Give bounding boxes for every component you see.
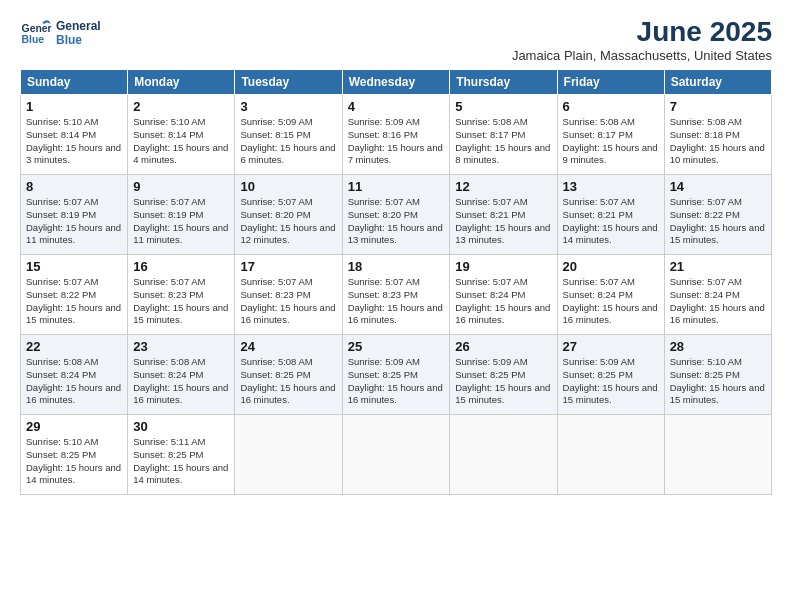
weekday-header-sunday: Sunday (21, 70, 128, 95)
calendar-cell: 25Sunrise: 5:09 AMSunset: 8:25 PMDayligh… (342, 335, 450, 415)
day-info: Sunrise: 5:11 AMSunset: 8:25 PMDaylight:… (133, 436, 229, 487)
calendar-week-row: 1Sunrise: 5:10 AMSunset: 8:14 PMDaylight… (21, 95, 772, 175)
day-number: 11 (348, 179, 445, 194)
calendar-cell: 15Sunrise: 5:07 AMSunset: 8:22 PMDayligh… (21, 255, 128, 335)
calendar-cell: 28Sunrise: 5:10 AMSunset: 8:25 PMDayligh… (664, 335, 771, 415)
day-info: Sunrise: 5:07 AMSunset: 8:24 PMDaylight:… (670, 276, 766, 327)
calendar-cell (342, 415, 450, 495)
day-info: Sunrise: 5:07 AMSunset: 8:20 PMDaylight:… (240, 196, 336, 247)
day-number: 5 (455, 99, 551, 114)
day-info: Sunrise: 5:09 AMSunset: 8:25 PMDaylight:… (348, 356, 445, 407)
day-number: 24 (240, 339, 336, 354)
calendar-week-row: 22Sunrise: 5:08 AMSunset: 8:24 PMDayligh… (21, 335, 772, 415)
day-info: Sunrise: 5:08 AMSunset: 8:24 PMDaylight:… (26, 356, 122, 407)
month-year-title: June 2025 (512, 16, 772, 48)
day-info: Sunrise: 5:07 AMSunset: 8:19 PMDaylight:… (26, 196, 122, 247)
day-number: 10 (240, 179, 336, 194)
calendar-cell: 8Sunrise: 5:07 AMSunset: 8:19 PMDaylight… (21, 175, 128, 255)
calendar-cell: 4Sunrise: 5:09 AMSunset: 8:16 PMDaylight… (342, 95, 450, 175)
day-number: 13 (563, 179, 659, 194)
title-block: June 2025 Jamaica Plain, Massachusetts, … (512, 16, 772, 63)
weekday-header-wednesday: Wednesday (342, 70, 450, 95)
calendar-cell: 12Sunrise: 5:07 AMSunset: 8:21 PMDayligh… (450, 175, 557, 255)
calendar-table: SundayMondayTuesdayWednesdayThursdayFrid… (20, 69, 772, 495)
page-header: General Blue General Blue June 2025 Jama… (20, 16, 772, 63)
calendar-cell: 21Sunrise: 5:07 AMSunset: 8:24 PMDayligh… (664, 255, 771, 335)
svg-text:Blue: Blue (22, 34, 45, 45)
calendar-cell: 2Sunrise: 5:10 AMSunset: 8:14 PMDaylight… (128, 95, 235, 175)
day-number: 7 (670, 99, 766, 114)
calendar-cell: 6Sunrise: 5:08 AMSunset: 8:17 PMDaylight… (557, 95, 664, 175)
calendar-cell (557, 415, 664, 495)
day-info: Sunrise: 5:10 AMSunset: 8:25 PMDaylight:… (670, 356, 766, 407)
day-info: Sunrise: 5:07 AMSunset: 8:21 PMDaylight:… (455, 196, 551, 247)
day-info: Sunrise: 5:07 AMSunset: 8:24 PMDaylight:… (455, 276, 551, 327)
day-info: Sunrise: 5:10 AMSunset: 8:14 PMDaylight:… (133, 116, 229, 167)
day-info: Sunrise: 5:09 AMSunset: 8:15 PMDaylight:… (240, 116, 336, 167)
day-number: 21 (670, 259, 766, 274)
day-info: Sunrise: 5:08 AMSunset: 8:17 PMDaylight:… (563, 116, 659, 167)
day-number: 6 (563, 99, 659, 114)
weekday-header-thursday: Thursday (450, 70, 557, 95)
svg-text:General: General (22, 23, 52, 34)
day-info: Sunrise: 5:09 AMSunset: 8:25 PMDaylight:… (563, 356, 659, 407)
calendar-cell: 11Sunrise: 5:07 AMSunset: 8:20 PMDayligh… (342, 175, 450, 255)
day-number: 4 (348, 99, 445, 114)
calendar-cell (450, 415, 557, 495)
day-number: 29 (26, 419, 122, 434)
calendar-cell: 3Sunrise: 5:09 AMSunset: 8:15 PMDaylight… (235, 95, 342, 175)
day-number: 14 (670, 179, 766, 194)
calendar-cell: 18Sunrise: 5:07 AMSunset: 8:23 PMDayligh… (342, 255, 450, 335)
day-number: 3 (240, 99, 336, 114)
day-number: 2 (133, 99, 229, 114)
day-info: Sunrise: 5:07 AMSunset: 8:22 PMDaylight:… (670, 196, 766, 247)
location-subtitle: Jamaica Plain, Massachusetts, United Sta… (512, 48, 772, 63)
weekday-header-saturday: Saturday (664, 70, 771, 95)
day-number: 28 (670, 339, 766, 354)
day-info: Sunrise: 5:07 AMSunset: 8:22 PMDaylight:… (26, 276, 122, 327)
day-number: 12 (455, 179, 551, 194)
day-number: 1 (26, 99, 122, 114)
logo-icon: General Blue (20, 16, 52, 48)
weekday-header-monday: Monday (128, 70, 235, 95)
day-info: Sunrise: 5:08 AMSunset: 8:18 PMDaylight:… (670, 116, 766, 167)
calendar-cell: 17Sunrise: 5:07 AMSunset: 8:23 PMDayligh… (235, 255, 342, 335)
day-info: Sunrise: 5:07 AMSunset: 8:20 PMDaylight:… (348, 196, 445, 247)
calendar-cell: 16Sunrise: 5:07 AMSunset: 8:23 PMDayligh… (128, 255, 235, 335)
weekday-header-friday: Friday (557, 70, 664, 95)
day-info: Sunrise: 5:07 AMSunset: 8:23 PMDaylight:… (133, 276, 229, 327)
day-info: Sunrise: 5:08 AMSunset: 8:25 PMDaylight:… (240, 356, 336, 407)
day-info: Sunrise: 5:07 AMSunset: 8:19 PMDaylight:… (133, 196, 229, 247)
day-info: Sunrise: 5:07 AMSunset: 8:24 PMDaylight:… (563, 276, 659, 327)
calendar-cell: 27Sunrise: 5:09 AMSunset: 8:25 PMDayligh… (557, 335, 664, 415)
calendar-cell: 5Sunrise: 5:08 AMSunset: 8:17 PMDaylight… (450, 95, 557, 175)
calendar-cell: 22Sunrise: 5:08 AMSunset: 8:24 PMDayligh… (21, 335, 128, 415)
calendar-cell: 9Sunrise: 5:07 AMSunset: 8:19 PMDaylight… (128, 175, 235, 255)
logo-line2: Blue (56, 33, 101, 47)
day-info: Sunrise: 5:07 AMSunset: 8:23 PMDaylight:… (240, 276, 336, 327)
day-number: 8 (26, 179, 122, 194)
day-number: 27 (563, 339, 659, 354)
weekday-header-row: SundayMondayTuesdayWednesdayThursdayFrid… (21, 70, 772, 95)
calendar-cell: 14Sunrise: 5:07 AMSunset: 8:22 PMDayligh… (664, 175, 771, 255)
logo-line1: General (56, 19, 101, 33)
day-number: 17 (240, 259, 336, 274)
calendar-cell: 1Sunrise: 5:10 AMSunset: 8:14 PMDaylight… (21, 95, 128, 175)
calendar-cell (664, 415, 771, 495)
calendar-body: 1Sunrise: 5:10 AMSunset: 8:14 PMDaylight… (21, 95, 772, 495)
day-number: 25 (348, 339, 445, 354)
calendar-cell: 10Sunrise: 5:07 AMSunset: 8:20 PMDayligh… (235, 175, 342, 255)
day-info: Sunrise: 5:10 AMSunset: 8:14 PMDaylight:… (26, 116, 122, 167)
calendar-cell: 24Sunrise: 5:08 AMSunset: 8:25 PMDayligh… (235, 335, 342, 415)
calendar-week-row: 29Sunrise: 5:10 AMSunset: 8:25 PMDayligh… (21, 415, 772, 495)
day-number: 22 (26, 339, 122, 354)
day-info: Sunrise: 5:08 AMSunset: 8:24 PMDaylight:… (133, 356, 229, 407)
day-number: 26 (455, 339, 551, 354)
day-number: 16 (133, 259, 229, 274)
day-number: 20 (563, 259, 659, 274)
calendar-header: SundayMondayTuesdayWednesdayThursdayFrid… (21, 70, 772, 95)
day-info: Sunrise: 5:10 AMSunset: 8:25 PMDaylight:… (26, 436, 122, 487)
day-number: 15 (26, 259, 122, 274)
day-info: Sunrise: 5:08 AMSunset: 8:17 PMDaylight:… (455, 116, 551, 167)
day-info: Sunrise: 5:07 AMSunset: 8:23 PMDaylight:… (348, 276, 445, 327)
